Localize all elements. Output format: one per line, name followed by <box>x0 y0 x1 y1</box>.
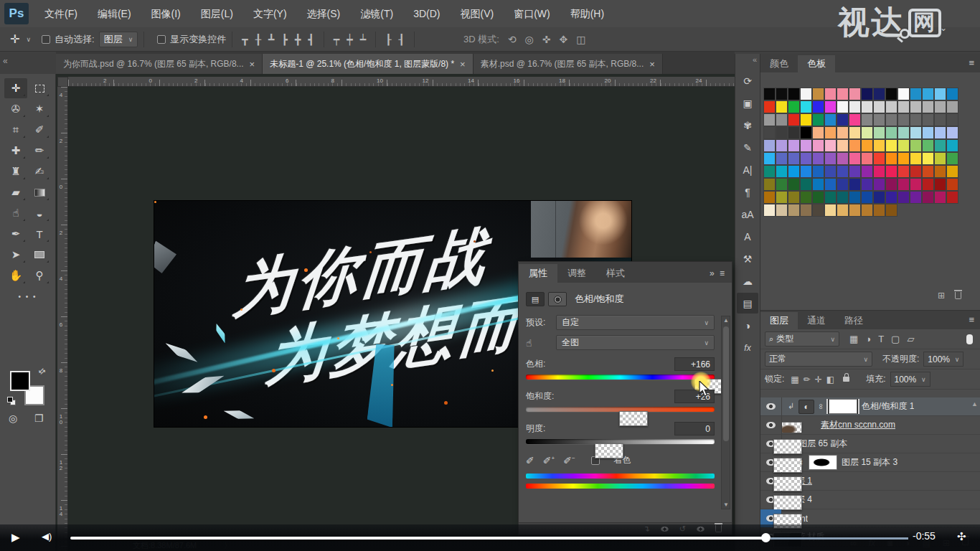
mask-view-icon[interactable] <box>548 292 567 306</box>
eraser-tool[interactable]: ▰ <box>4 182 27 202</box>
show-transform-checkbox[interactable] <box>157 35 166 44</box>
layer-row[interactable]: ↲图层 65 副本 <box>760 435 980 453</box>
layer-row[interactable]: 素材cnn sccnn.com <box>760 416 980 435</box>
color-swatch[interactable] <box>861 152 873 165</box>
color-swatch[interactable] <box>824 152 837 165</box>
adjustment-controls-icon[interactable]: ▤ <box>526 292 545 306</box>
tool-preset-chevron-icon[interactable]: ∨ <box>26 36 31 43</box>
color-swatch[interactable] <box>849 204 861 217</box>
eyedropper-subtract-icon[interactable]: ✐− <box>563 455 575 466</box>
color-swatch[interactable] <box>946 178 958 191</box>
mode3d-icon[interactable]: ◎ <box>525 34 534 45</box>
properties-panel-icon[interactable]: ▤ <box>737 293 758 314</box>
color-swatch[interactable] <box>788 191 800 204</box>
tab-layers[interactable]: 图层 <box>760 312 798 329</box>
swap-colors-icon[interactable]: ⇆ <box>37 366 48 377</box>
color-swatch[interactable] <box>922 178 934 191</box>
menu-item[interactable]: 文件(F) <box>34 0 88 27</box>
foreground-color-chip[interactable] <box>10 371 30 391</box>
color-swatch[interactable] <box>788 113 800 126</box>
lightness-thumb[interactable] <box>595 443 623 458</box>
color-swatch[interactable] <box>763 88 776 100</box>
layer-row[interactable]: 图层 1 <box>760 472 980 491</box>
color-swatch[interactable] <box>824 178 837 191</box>
color-swatch[interactable] <box>861 165 873 178</box>
color-swatch[interactable] <box>861 126 873 139</box>
play-button[interactable]: ▶ <box>11 531 20 544</box>
color-swatch[interactable] <box>861 178 873 191</box>
menu-item[interactable]: 帮助(H) <box>560 0 614 27</box>
color-swatch[interactable] <box>788 204 800 217</box>
color-swatch[interactable] <box>934 126 946 139</box>
color-swatch[interactable] <box>776 178 788 191</box>
color-swatch[interactable] <box>776 100 788 113</box>
color-swatch[interactable] <box>824 100 837 113</box>
color-swatch[interactable] <box>824 126 837 139</box>
color-swatch[interactable] <box>837 178 849 191</box>
color-swatch[interactable] <box>885 126 897 139</box>
color-swatch[interactable] <box>800 204 812 217</box>
color-swatch[interactable] <box>934 191 946 204</box>
layer-row[interactable]: ↲◐∞色相/饱和度 1 <box>760 397 980 416</box>
vertical-ruler[interactable]: 42024681 01 21 4 <box>57 87 68 551</box>
color-swatch[interactable] <box>885 165 897 178</box>
color-swatch[interactable] <box>934 152 946 165</box>
color-swatch[interactable] <box>861 204 873 217</box>
scroll-up-icon[interactable]: ▲ <box>971 400 978 408</box>
screen-mode-icon[interactable]: ❐ <box>34 413 44 424</box>
panel-menu-icon[interactable]: ≡ <box>969 57 974 68</box>
color-swatch[interactable] <box>776 126 788 139</box>
color-swatch[interactable] <box>873 165 885 178</box>
filter-kind-icon[interactable]: ▦ <box>849 334 858 344</box>
color-swatch[interactable] <box>922 88 934 100</box>
color-swatch[interactable] <box>873 113 885 126</box>
align-icon[interactable]: ┷ <box>360 34 366 45</box>
blend-mode-dropdown[interactable]: 正常 ∨ <box>765 352 872 367</box>
color-swatch[interactable] <box>934 139 946 152</box>
color-swatch[interactable] <box>934 165 946 178</box>
color-swatch[interactable] <box>885 191 897 204</box>
new-swatch-icon[interactable]: ⊞ <box>938 291 945 301</box>
color-swatch[interactable] <box>897 191 910 204</box>
dodge-tool[interactable]: ◒ <box>28 203 51 223</box>
scroll-up-icon[interactable]: ▲ <box>723 317 729 324</box>
delete-swatch-icon[interactable] <box>955 292 961 299</box>
color-swatch[interactable] <box>910 152 922 165</box>
color-swatch[interactable] <box>800 165 812 178</box>
color-swatch[interactable] <box>946 152 958 165</box>
color-swatch[interactable] <box>922 113 934 126</box>
layer-row[interactable]: 图层 4 <box>760 491 980 509</box>
close-icon[interactable]: × <box>250 59 255 70</box>
color-swatch[interactable] <box>885 100 897 113</box>
align-icon[interactable]: ┠ <box>385 34 391 45</box>
eyedropper-icon[interactable]: ✐ <box>526 455 534 466</box>
color-swatch[interactable] <box>946 139 958 152</box>
color-swatch[interactable] <box>849 178 861 191</box>
color-swatch[interactable] <box>946 113 958 126</box>
color-swatch[interactable] <box>788 126 800 139</box>
document-tab-3[interactable]: 素材.psd @ 16.7% (图层 65 副本, RGB/8...× <box>473 54 663 74</box>
tab-styles[interactable]: 样式 <box>596 264 635 283</box>
lightness-slider[interactable] <box>526 439 715 444</box>
tab-color[interactable]: 颜色 <box>760 55 798 72</box>
color-swatch[interactable] <box>885 178 897 191</box>
clone-stamp-tool[interactable]: ♜ <box>4 161 27 182</box>
zoom-tool[interactable]: ⚲ <box>28 265 51 286</box>
menu-item[interactable]: 图层(L) <box>191 0 243 27</box>
auto-select-target-dropdown[interactable]: 图层 ∨ <box>99 32 138 47</box>
color-swatch[interactable] <box>800 100 812 113</box>
color-swatch[interactable] <box>776 139 788 152</box>
menu-item[interactable]: 图像(I) <box>141 0 191 27</box>
layer-name[interactable]: 素材cnn sccnn.com <box>821 419 895 431</box>
color-swatch[interactable] <box>788 152 800 165</box>
move-tool[interactable]: ✛ <box>4 78 27 98</box>
align-icon[interactable]: ┫ <box>308 34 314 45</box>
color-swatch[interactable] <box>897 126 910 139</box>
color-swatch[interactable] <box>897 113 910 126</box>
color-swatch[interactable] <box>934 88 946 100</box>
color-swatch[interactable] <box>812 113 824 126</box>
color-swatch[interactable] <box>861 139 873 152</box>
color-swatch[interactable] <box>873 139 885 152</box>
color-swatch[interactable] <box>812 139 824 152</box>
color-swatch[interactable] <box>788 178 800 191</box>
